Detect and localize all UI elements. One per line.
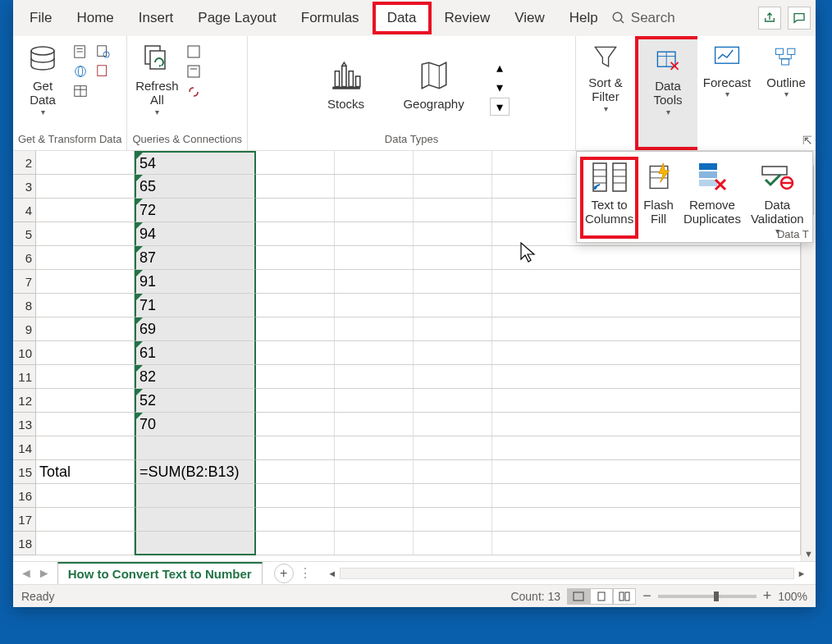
page-break-view-button[interactable] <box>613 588 636 605</box>
cell[interactable] <box>135 508 256 532</box>
cell[interactable] <box>256 317 801 341</box>
add-sheet-button[interactable]: + <box>274 564 294 583</box>
existing-connections-icon[interactable] <box>94 62 113 80</box>
row-header[interactable]: 3 <box>13 175 36 199</box>
cell[interactable] <box>256 341 801 365</box>
cell[interactable]: 87 <box>135 246 256 270</box>
tab-formulas[interactable]: Formulas <box>290 2 371 34</box>
tab-insert[interactable]: Insert <box>127 2 185 34</box>
properties-icon[interactable] <box>185 62 204 80</box>
tab-review[interactable]: Review <box>433 2 502 34</box>
splitter-handle[interactable]: ⋮ <box>294 565 318 581</box>
cell[interactable] <box>256 532 801 555</box>
data-validation-button[interactable]: Data Validation ▾ <box>746 157 809 239</box>
cell[interactable] <box>256 270 801 294</box>
from-web-icon[interactable] <box>71 62 90 80</box>
text-to-columns-button[interactable]: Text to Columns <box>580 157 638 239</box>
cell[interactable] <box>36 222 135 246</box>
scroll-down-icon[interactable]: ▾ <box>490 78 510 96</box>
cell[interactable] <box>256 436 801 460</box>
sort-filter-button[interactable]: Sort & Filter ▾ <box>581 39 630 116</box>
cell[interactable] <box>36 294 135 317</box>
cell[interactable] <box>256 413 801 436</box>
zoom-in-button[interactable]: + <box>763 587 772 605</box>
get-data-button[interactable]: Get Data ▾ <box>18 39 67 120</box>
cell[interactable] <box>36 484 135 508</box>
zoom-slider[interactable] <box>658 595 757 598</box>
tab-help[interactable]: Help <box>558 2 610 34</box>
scroll-up-icon[interactable]: ▴ <box>490 58 510 76</box>
edit-links-icon[interactable] <box>185 82 204 100</box>
queries-connections-icon[interactable] <box>185 43 204 61</box>
cell[interactable]: 71 <box>135 294 256 317</box>
row-header[interactable]: 6 <box>13 246 36 270</box>
zoom-out-button[interactable]: − <box>642 587 651 605</box>
horizontal-scrollbar[interactable] <box>340 568 794 579</box>
cell[interactable] <box>36 508 135 532</box>
cell[interactable]: =SUM(B2:B13) <box>135 460 256 484</box>
cell[interactable] <box>256 365 801 389</box>
cell[interactable] <box>256 389 801 413</box>
data-tools-button[interactable]: Data Tools ▾ <box>643 43 693 120</box>
cell[interactable] <box>36 317 135 341</box>
cell[interactable]: 61 <box>135 341 256 365</box>
cell[interactable] <box>256 508 801 532</box>
cell[interactable] <box>36 413 135 436</box>
geography-button[interactable]: Geography <box>395 56 473 114</box>
cell[interactable] <box>36 199 135 222</box>
cell[interactable] <box>36 389 135 413</box>
tab-view[interactable]: View <box>503 2 556 34</box>
row-header[interactable]: 8 <box>13 294 36 317</box>
cell[interactable] <box>36 270 135 294</box>
expand-gallery-icon[interactable]: ▾ <box>490 98 510 116</box>
cell[interactable]: 65 <box>135 175 256 199</box>
scroll-right-button[interactable]: ► <box>794 566 809 581</box>
cell[interactable]: 72 <box>135 199 256 222</box>
recent-sources-icon[interactable] <box>94 43 113 61</box>
cell[interactable] <box>36 532 135 555</box>
cell[interactable] <box>256 246 801 270</box>
row-header[interactable]: 18 <box>13 532 36 555</box>
forecast-button[interactable]: Forecast ▾ <box>702 39 752 102</box>
search-box[interactable]: Search <box>611 10 675 26</box>
row-header[interactable]: 10 <box>13 341 36 365</box>
page-layout-view-button[interactable] <box>590 588 613 605</box>
tab-home[interactable]: Home <box>65 2 125 34</box>
outline-button[interactable]: Outline ▾ <box>761 39 811 102</box>
row-header[interactable]: 13 <box>13 413 36 436</box>
cell[interactable] <box>36 151 135 175</box>
share-button[interactable] <box>758 7 781 30</box>
next-sheet-button[interactable]: ► <box>38 566 51 581</box>
remove-duplicates-button[interactable]: Remove Duplicates <box>679 157 746 239</box>
collapse-ribbon-button[interactable]: ⇱ <box>802 134 812 147</box>
cell[interactable] <box>135 532 256 555</box>
refresh-all-button[interactable]: Refresh All ▾ <box>132 39 181 120</box>
cell[interactable]: 91 <box>135 270 256 294</box>
cell[interactable]: Total <box>36 460 135 484</box>
cell[interactable] <box>256 460 801 484</box>
from-text-icon[interactable] <box>71 43 90 61</box>
row-header[interactable]: 4 <box>13 199 36 222</box>
cell[interactable]: 94 <box>135 222 256 246</box>
tab-data[interactable]: Data <box>373 2 432 34</box>
sheet-tab-active[interactable]: How to Convert Text to Number <box>57 562 263 585</box>
cell[interactable] <box>36 246 135 270</box>
row-header[interactable]: 7 <box>13 270 36 294</box>
row-header[interactable]: 16 <box>13 484 36 508</box>
cell[interactable] <box>135 484 256 508</box>
cell[interactable]: 82 <box>135 365 256 389</box>
cell[interactable]: 52 <box>135 389 256 413</box>
cell[interactable] <box>36 175 135 199</box>
tab-page-layout[interactable]: Page Layout <box>186 2 287 34</box>
row-header[interactable]: 5 <box>13 222 36 246</box>
tab-file[interactable]: File <box>18 2 63 34</box>
row-header[interactable]: 17 <box>13 508 36 532</box>
from-table-icon[interactable] <box>71 82 90 100</box>
row-header[interactable]: 9 <box>13 317 36 341</box>
scroll-left-button[interactable]: ◄ <box>325 566 340 581</box>
prev-sheet-button[interactable]: ◄ <box>20 566 33 581</box>
stocks-button[interactable]: Stocks <box>314 56 378 114</box>
cell[interactable] <box>256 294 801 317</box>
cell[interactable]: 69 <box>135 317 256 341</box>
row-header[interactable]: 15 <box>13 460 36 484</box>
